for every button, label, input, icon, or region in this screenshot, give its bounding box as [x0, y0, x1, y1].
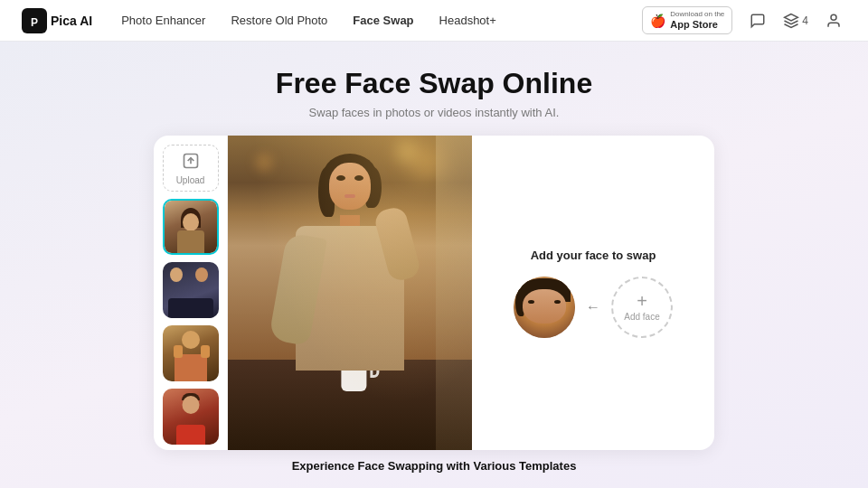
svg-marker-2: [785, 14, 798, 21]
svg-point-3: [831, 14, 836, 20]
badge-count: 4: [802, 14, 808, 27]
photo-overlay: [228, 136, 472, 450]
center-photo: [228, 136, 472, 450]
page-subtitle: Swap faces in photos or videos instantly…: [309, 106, 560, 119]
thumbnail-3[interactable]: [163, 325, 219, 381]
user-button[interactable]: [821, 8, 846, 33]
nav-headshot[interactable]: Headshot+: [439, 14, 496, 27]
upload-label: Upload: [176, 175, 205, 185]
logo-icon: P: [22, 8, 47, 33]
bottom-text: Experience Face Swapping with Various Te…: [292, 459, 577, 473]
face-swap-card: Upload: [154, 136, 714, 450]
message-button[interactable]: [745, 8, 770, 33]
add-face-plus-icon: +: [637, 292, 647, 310]
upload-button[interactable]: Upload: [163, 145, 219, 192]
main-content: Free Face Swap Online Swap faces in phot…: [0, 42, 868, 488]
page-title: Free Face Swap Online: [276, 67, 592, 100]
app-store-button[interactable]: 🍎 Download on the App Store: [642, 6, 732, 34]
face-swap-area: ← + Add face: [514, 277, 673, 338]
layers-icon: [783, 13, 799, 29]
add-face-label: Add your face to swap: [531, 249, 656, 262]
svg-text:P: P: [31, 16, 38, 29]
arrow-left-icon: ←: [586, 299, 600, 315]
nav-restore-photo[interactable]: Restore Old Photo: [231, 14, 327, 27]
apple-icon: 🍎: [650, 14, 665, 28]
thumbnail-1[interactable]: [163, 199, 219, 255]
face-circle-inner: [514, 277, 575, 338]
user-icon: [826, 13, 842, 29]
nav-right: 🍎 Download on the App Store 4: [642, 6, 846, 34]
app-store-sub: Download on the: [670, 10, 724, 19]
thumbnail-2[interactable]: [163, 262, 219, 318]
app-store-main: App Store: [670, 19, 724, 31]
nav-links: Photo Enhancer Restore Old Photo Face Sw…: [121, 14, 642, 27]
layers-button[interactable]: 4: [783, 13, 808, 29]
add-face-button[interactable]: + Add face: [611, 277, 673, 338]
navbar: P Pica AI Photo Enhancer Restore Old Pho…: [0, 0, 868, 42]
main-photo-scene: [228, 136, 472, 450]
right-panel: Add your face to swap: [472, 136, 714, 450]
nav-photo-enhancer[interactable]: Photo Enhancer: [121, 14, 205, 27]
source-face-circle: [514, 277, 575, 338]
add-face-text: Add face: [624, 312, 659, 322]
logo-text: Pica AI: [51, 14, 92, 28]
upload-icon: [182, 152, 200, 170]
image-sidebar: Upload: [154, 136, 228, 450]
thumbnail-4[interactable]: [163, 389, 219, 445]
message-icon: [750, 13, 766, 29]
logo[interactable]: P Pica AI: [22, 8, 92, 33]
app-store-text: Download on the App Store: [670, 10, 724, 31]
nav-face-swap[interactable]: Face Swap: [353, 14, 413, 27]
